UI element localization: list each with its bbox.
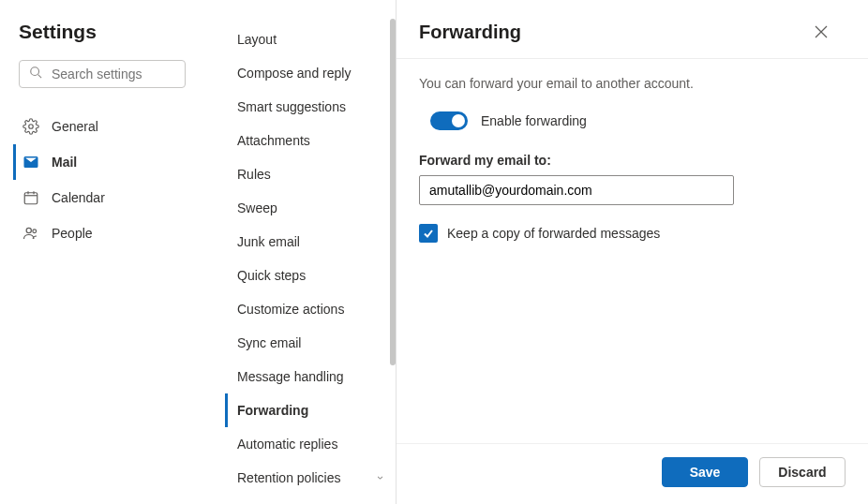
- keep-copy-row: Keep a copy of forwarded messages: [419, 224, 846, 243]
- page-title: Forwarding: [419, 22, 521, 43]
- keep-copy-label: Keep a copy of forwarded messages: [447, 226, 660, 241]
- subnav-item-quick-steps[interactable]: Quick steps: [225, 259, 386, 292]
- svg-rect-3: [24, 193, 37, 204]
- people-icon: [22, 224, 40, 243]
- mail-icon: [22, 153, 40, 171]
- subnav-item-sync-email[interactable]: Sync email: [225, 326, 386, 360]
- main-header: Forwarding: [397, 0, 868, 59]
- subnav-item-message-handling[interactable]: Message handling: [225, 360, 386, 393]
- close-button[interactable]: [808, 19, 834, 45]
- forwarding-description: You can forward your email to another ac…: [419, 76, 846, 91]
- svg-point-0: [31, 67, 39, 76]
- subnav-item-rules[interactable]: Rules: [225, 157, 386, 191]
- enable-forwarding-label: Enable forwarding: [481, 113, 587, 128]
- keep-copy-checkbox[interactable]: [419, 224, 438, 243]
- search-input[interactable]: [50, 66, 175, 82]
- subnav-item-smart-suggestions[interactable]: Smart suggestions: [225, 90, 386, 124]
- subnav-item-junk-email[interactable]: Junk email: [225, 225, 386, 259]
- enable-forwarding-toggle[interactable]: [430, 111, 468, 130]
- sidebar-item-general[interactable]: General: [13, 109, 186, 144]
- forward-to-label: Forward my email to:: [419, 153, 846, 168]
- svg-point-2: [29, 125, 34, 129]
- sidebar-item-calendar[interactable]: Calendar: [13, 180, 186, 215]
- subnav-scrollbar[interactable]: [388, 19, 396, 393]
- sidebar-item-people[interactable]: People: [13, 215, 186, 251]
- subnav-item-forwarding[interactable]: Forwarding: [225, 393, 386, 427]
- search-icon: [29, 66, 42, 82]
- svg-point-8: [33, 230, 37, 233]
- save-button[interactable]: Save: [662, 457, 748, 487]
- sidebar-item-label: Calendar: [52, 190, 105, 205]
- settings-dialog: Settings General: [0, 0, 868, 504]
- subnav-item-customize-actions[interactable]: Customize actions: [225, 292, 386, 326]
- subnav-item-attachments[interactable]: Attachments: [225, 124, 386, 157]
- gear-icon: [22, 117, 40, 136]
- subnav-item-sweep[interactable]: Sweep: [225, 191, 386, 225]
- mail-subnav: Layout Compose and reply Smart suggestio…: [201, 0, 396, 504]
- discard-button[interactable]: Discard: [759, 457, 846, 487]
- subnav-item-automatic-replies[interactable]: Automatic replies: [225, 427, 386, 461]
- sidebar-item-label: Mail: [52, 155, 77, 170]
- svg-line-1: [38, 75, 42, 79]
- footer: Save Discard: [397, 443, 868, 504]
- search-box[interactable]: [19, 60, 186, 88]
- enable-forwarding-row: Enable forwarding: [430, 111, 846, 130]
- forward-to-input[interactable]: [419, 175, 734, 205]
- sidebar-item-label: General: [52, 119, 98, 134]
- svg-point-7: [26, 228, 31, 232]
- main-pane: Forwarding You can forward your email to…: [396, 0, 868, 504]
- subnav-item-retention-policies[interactable]: Retention policies: [225, 461, 386, 495]
- settings-title: Settings: [19, 21, 186, 43]
- subnav-item-layout[interactable]: Layout: [225, 22, 386, 56]
- settings-sidebar: Settings General: [0, 0, 201, 504]
- sidebar-item-label: People: [52, 226, 93, 241]
- calendar-icon: [22, 188, 40, 207]
- main-body: You can forward your email to another ac…: [397, 59, 868, 443]
- sidebar-item-mail[interactable]: Mail: [13, 144, 186, 180]
- subnav-item-compose[interactable]: Compose and reply: [225, 56, 386, 90]
